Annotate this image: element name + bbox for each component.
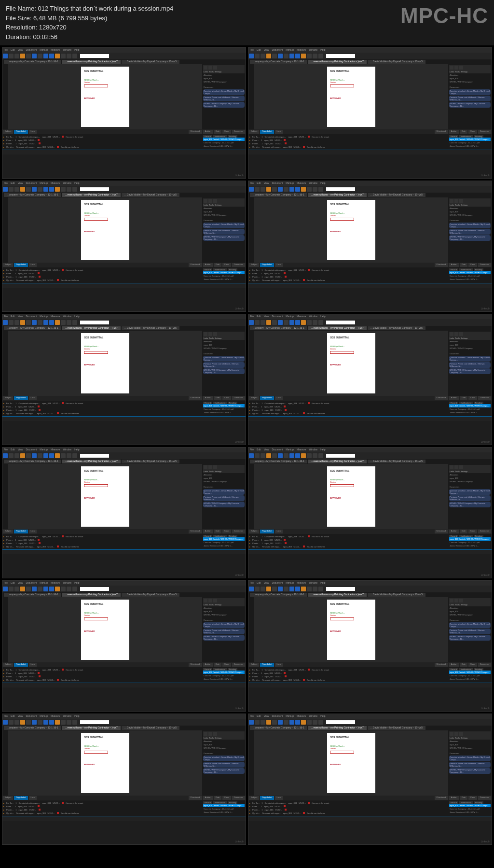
toolbar-icon[interactable]: [32, 720, 37, 725]
btab-check[interactable]: Checkmark: [189, 796, 202, 800]
doc-tab[interactable]: …ompany – My Concrete Company – 12-1-16-…: [250, 193, 307, 197]
toolbar-icon[interactable]: [278, 587, 283, 591]
toolbar-icon[interactable]: [9, 54, 14, 58]
document-item[interactable]: Question attached - Devon Mobile - My Dr…: [203, 223, 245, 228]
btab-subject[interactable]: Subject: [3, 663, 13, 667]
toolbar-icon[interactable]: [284, 720, 288, 725]
btab-page[interactable]: Page Label: [260, 263, 274, 267]
document-item[interactable]: WOHO - WOHO Company - My Concrete Compan…: [203, 502, 245, 507]
tools-tab[interactable]: Tools: [209, 337, 213, 339]
markup-row[interactable]: ▸ Pione… 1 egan_303 5/12/2…: [3, 139, 201, 142]
menu-window[interactable]: Window: [309, 714, 317, 718]
left-sidebar[interactable]: [248, 464, 254, 529]
toolbar-icon[interactable]: [43, 720, 48, 725]
menu-file[interactable]: File: [4, 48, 8, 52]
toolbar-icon[interactable]: [32, 187, 37, 192]
menu-file[interactable]: File: [250, 315, 254, 319]
btab-color[interactable]: Color: [468, 796, 477, 800]
document-item[interactable]: Previous Phase cost fulfillment - Sherwi…: [203, 495, 245, 501]
menubar[interactable]: File Edit View Document Markup Measure W…: [248, 314, 492, 319]
toolbar-icon[interactable]: [313, 453, 317, 458]
links-tab[interactable]: Links: [204, 204, 208, 206]
toolbar-icon[interactable]: [43, 54, 48, 58]
toolbar-icon[interactable]: [249, 453, 254, 458]
toolbar-icon[interactable]: [14, 187, 19, 192]
markup-row[interactable]: ▸ Pione… 1 egan_303 5/12/2…: [3, 272, 201, 275]
left-sidebar[interactable]: [248, 197, 254, 263]
rtab-notif[interactable]: Notifications: [213, 801, 227, 804]
menu-document[interactable]: Document: [272, 714, 283, 718]
btab-lock[interactable]: Lock: [275, 130, 283, 134]
btab-color[interactable]: Color: [468, 263, 477, 267]
document-item[interactable]: Question attached - Devon Mobile - My Dr…: [449, 622, 491, 628]
attendee-name[interactable]: egan_303: [203, 476, 245, 480]
markup-row[interactable]: ▸ Pione… 1 egan_303 5/12/2…: [249, 538, 447, 542]
toolbar-icon[interactable]: [61, 187, 66, 192]
menu-help[interactable]: Help: [320, 714, 325, 718]
toolbar-icon[interactable]: [32, 320, 37, 325]
toolbar-icon[interactable]: [14, 320, 19, 325]
attendee-name[interactable]: egan_303: [449, 743, 491, 746]
tools-tab[interactable]: Tools: [455, 737, 459, 739]
toolbar-icon[interactable]: [266, 320, 271, 325]
search-input[interactable]: [326, 454, 355, 458]
panel-icon[interactable]: [208, 599, 212, 602]
menubar[interactable]: File Edit View Document Markup Measure W…: [248, 48, 492, 53]
doc-tab[interactable]: …Davis Mobile – My Drywall Company – 10+…: [122, 326, 179, 330]
session-highlight[interactable]: egan_303 Denied - WOHO - WOHO Compa…: [449, 138, 491, 141]
toolbar-icon[interactable]: [32, 587, 37, 591]
doc-tab[interactable]: …Davis Mobile – My Drywall Company – 10+…: [122, 593, 179, 597]
menu-document[interactable]: Document: [26, 315, 37, 319]
document-viewport[interactable]: SDS SUBMITTAL SDS Eye Wash… Denied APPRO…: [254, 730, 448, 796]
toolbar-icon[interactable]: [26, 587, 31, 591]
btab-author[interactable]: Author: [449, 396, 459, 400]
menu-edit[interactable]: Edit: [11, 448, 15, 452]
toolbar-icon[interactable]: [67, 720, 71, 725]
toolbar-icon[interactable]: [26, 187, 31, 192]
btab-check[interactable]: Checkmark: [189, 130, 202, 134]
menu-edit[interactable]: Edit: [11, 714, 15, 718]
left-sidebar[interactable]: [2, 197, 8, 263]
menu-view[interactable]: View: [18, 448, 23, 452]
session-row[interactable]: Joined Session at 6:05:19 PM 5…: [449, 411, 491, 414]
btab-color[interactable]: Color: [468, 130, 477, 134]
btab-author[interactable]: Author: [203, 530, 213, 533]
menu-measure[interactable]: Measure: [51, 182, 60, 185]
doc-tab[interactable]: …even williams – my Painting Contractor …: [62, 726, 121, 730]
toolbar-icon[interactable]: [14, 587, 19, 591]
doc-tab[interactable]: …even williams – my Painting Contractor …: [308, 726, 367, 730]
tools-tab[interactable]: Tools: [209, 204, 213, 206]
tools-tab[interactable]: Tools: [455, 603, 459, 606]
session-highlight[interactable]: egan_303 Denied - WOHO - WOHO Compa…: [449, 404, 491, 407]
session-row[interactable]: Concrete Company - 12-1-16-1.pdf: [449, 674, 491, 677]
rtab-pending[interactable]: Pending: [228, 801, 238, 804]
markup-row[interactable]: ▸ Pione… 1 egan_303 5/12/2…: [3, 538, 201, 542]
menu-view[interactable]: View: [264, 714, 269, 718]
session-row[interactable]: Joined Session at 6:05:19 PM 5…: [449, 811, 491, 814]
menubar[interactable]: File Edit View Document Markup Measure W…: [2, 314, 246, 319]
doc-tab[interactable]: …ompany – My Concrete Company – 12-1-16-…: [4, 326, 61, 330]
toolbar-icon[interactable]: [38, 320, 42, 325]
btab-color[interactable]: Color: [222, 796, 231, 800]
menu-edit[interactable]: Edit: [257, 315, 261, 319]
menu-window[interactable]: Window: [63, 182, 71, 185]
toolbar-icon[interactable]: [20, 54, 25, 58]
btab-comments[interactable]: Comments: [232, 530, 245, 533]
btab-color[interactable]: Color: [222, 396, 231, 400]
menu-help[interactable]: Help: [74, 48, 79, 52]
toolbar-icon[interactable]: [249, 587, 254, 591]
tools-tab[interactable]: Tools: [209, 70, 213, 73]
doc-tab[interactable]: …even williams – my Painting Contractor …: [308, 460, 367, 463]
toolbar-icon[interactable]: [55, 720, 60, 725]
toolbar-icon[interactable]: [3, 54, 8, 58]
session-row[interactable]: Concrete Company - 12-1-16-1.pdf: [203, 807, 245, 811]
toolbar-icon[interactable]: [289, 453, 294, 458]
tools-tab[interactable]: Tools: [209, 470, 213, 473]
rtab-record[interactable]: Record: [449, 801, 458, 804]
rtab-pending[interactable]: Pending: [228, 268, 238, 271]
tools-tab[interactable]: Tools: [209, 737, 213, 739]
toolbar-icon[interactable]: [72, 587, 77, 591]
menu-edit[interactable]: Edit: [11, 182, 15, 185]
rtab-notif[interactable]: Notifications: [213, 402, 227, 404]
document-viewport[interactable]: SDS SUBMITTAL SDS Eye Wash… Denied APPRO…: [254, 331, 448, 396]
